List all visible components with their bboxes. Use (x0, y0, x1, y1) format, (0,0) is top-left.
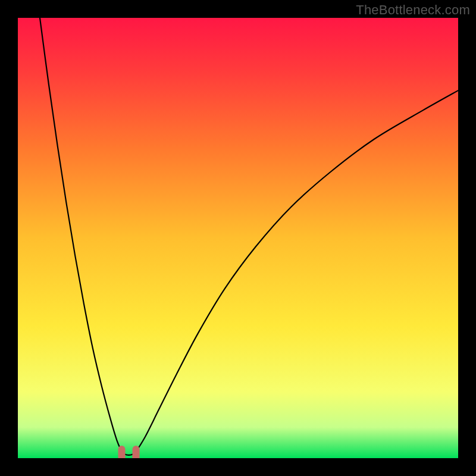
chart-svg (18, 18, 458, 458)
watermark-text: TheBottleneck.com (356, 2, 470, 18)
gradient-background (18, 18, 458, 458)
outer-frame: TheBottleneck.com (0, 0, 476, 476)
plot-area (18, 18, 458, 458)
